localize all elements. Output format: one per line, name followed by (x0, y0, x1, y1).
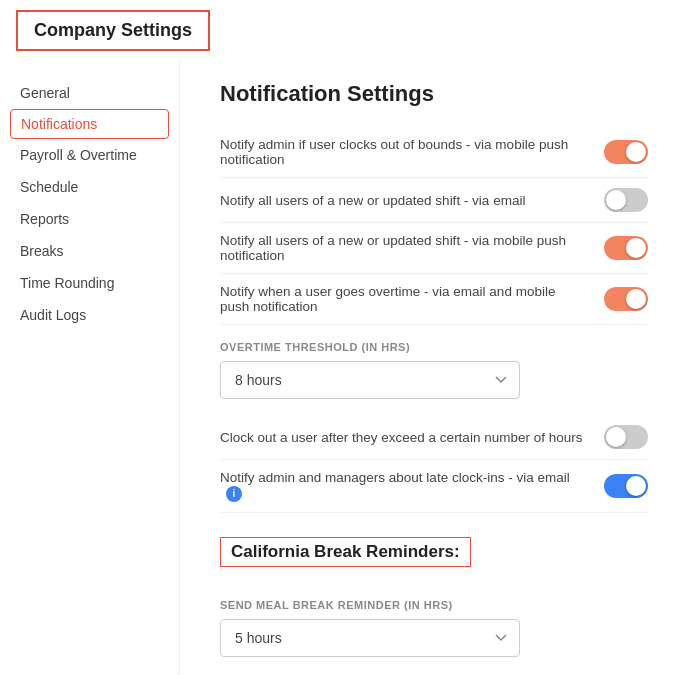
sidebar: General Notifications Payroll & Overtime… (0, 61, 180, 675)
sidebar-item-reports[interactable]: Reports (0, 203, 179, 235)
sidebar-item-general[interactable]: General (0, 77, 179, 109)
setting-label-new-shift-email: Notify all users of a new or updated shi… (220, 193, 604, 208)
setting-row-new-shift-push: Notify all users of a new or updated shi… (220, 223, 648, 274)
setting-row-clock-out-exceed: Clock out a user after they exceed a cer… (220, 415, 648, 460)
toggle-clock-out-bounds[interactable] (604, 140, 648, 164)
sidebar-item-time-rounding[interactable]: Time Rounding (0, 267, 179, 299)
sidebar-item-notifications[interactable]: Notifications (10, 109, 169, 139)
toggle-clock-out-exceed[interactable] (604, 425, 648, 449)
section-title: Notification Settings (220, 81, 648, 107)
overtime-threshold-select[interactable]: 8 hours 1 hours 2 hours 3 hours 4 hours … (220, 361, 520, 399)
sidebar-item-breaks[interactable]: Breaks (0, 235, 179, 267)
setting-label-clock-out-exceed: Clock out a user after they exceed a cer… (220, 430, 604, 445)
setting-row-overtime: Notify when a user goes overtime - via e… (220, 274, 648, 325)
sidebar-item-audit-logs[interactable]: Audit Logs (0, 299, 179, 331)
meal-break-select[interactable]: 5 hours 1 hours 2 hours 3 hours 4 hours … (220, 619, 520, 657)
setting-label-clock-out-bounds: Notify admin if user clocks out of bound… (220, 137, 604, 167)
meal-break-label: SEND MEAL BREAK REMINDER (IN HRS) (220, 599, 648, 611)
page-title: Company Settings (16, 10, 210, 51)
toggle-new-shift-email[interactable] (604, 188, 648, 212)
ca-break-section: California Break Reminders: SEND MEAL BR… (220, 537, 648, 676)
toggle-new-shift-push[interactable] (604, 236, 648, 260)
toggle-overtime[interactable] (604, 287, 648, 311)
setting-label-new-shift-push: Notify all users of a new or updated shi… (220, 233, 604, 263)
setting-row-late-clock-in: Notify admin and managers about late clo… (220, 460, 648, 513)
setting-label-late-clock-in: Notify admin and managers about late clo… (220, 470, 604, 502)
setting-row-clock-out-bounds: Notify admin if user clocks out of bound… (220, 127, 648, 178)
info-icon-late-clock-in[interactable]: i (226, 486, 242, 502)
overtime-threshold-label: OVERTIME THRESHOLD (IN HRS) (220, 341, 648, 353)
ca-break-title: California Break Reminders: (220, 537, 471, 567)
setting-label-overtime: Notify when a user goes overtime - via e… (220, 284, 604, 314)
meal-break-group: SEND MEAL BREAK REMINDER (IN HRS) 5 hour… (220, 599, 648, 657)
overtime-threshold-group: OVERTIME THRESHOLD (IN HRS) 8 hours 1 ho… (220, 341, 648, 399)
main-content: Notification Settings Notify admin if us… (180, 61, 688, 675)
sidebar-item-schedule[interactable]: Schedule (0, 171, 179, 203)
setting-row-new-shift-email: Notify all users of a new or updated shi… (220, 178, 648, 223)
toggle-late-clock-in[interactable] (604, 474, 648, 498)
sidebar-item-payroll[interactable]: Payroll & Overtime (0, 139, 179, 171)
